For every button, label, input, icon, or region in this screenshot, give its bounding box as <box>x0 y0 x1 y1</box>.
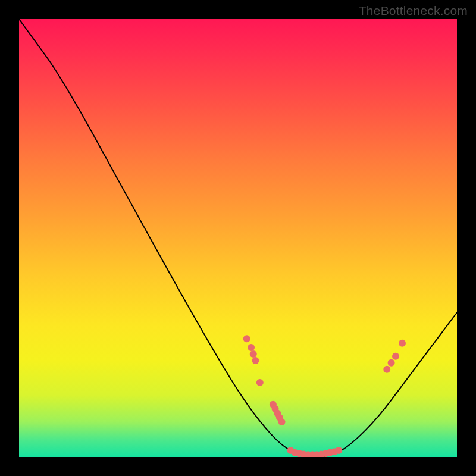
watermark-text: TheBottleneck.com <box>359 4 468 18</box>
chart-background-gradient <box>19 19 457 457</box>
chart-plot-area <box>19 19 457 457</box>
